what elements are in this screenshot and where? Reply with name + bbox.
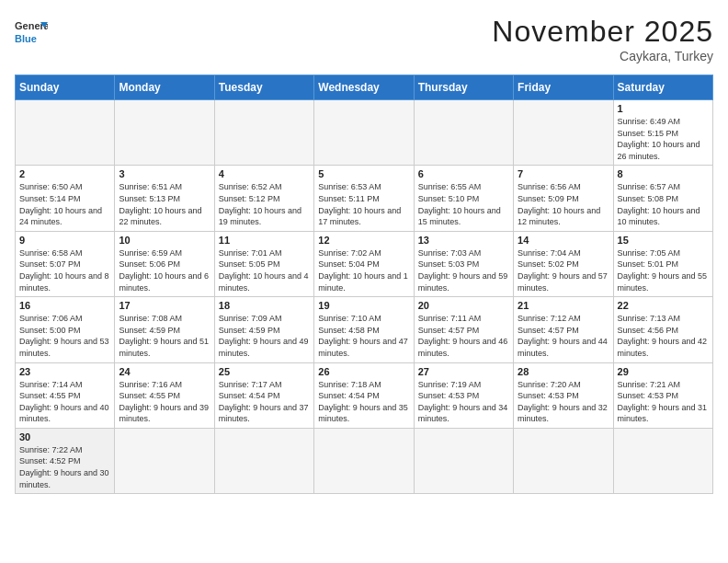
day-info: Sunrise: 7:14 AM Sunset: 4:55 PM Dayligh… — [19, 379, 110, 425]
day-number: 22 — [618, 300, 709, 311]
day-number: 27 — [418, 366, 509, 377]
calendar-cell: 18Sunrise: 7:09 AM Sunset: 4:59 PM Dayli… — [214, 297, 313, 362]
day-number: 14 — [518, 235, 609, 246]
svg-text:Blue: Blue — [15, 33, 37, 44]
day-number: 15 — [618, 235, 709, 246]
day-number: 9 — [19, 235, 110, 246]
calendar-cell: 22Sunrise: 7:13 AM Sunset: 4:56 PM Dayli… — [613, 297, 712, 362]
day-info: Sunrise: 7:18 AM Sunset: 4:54 PM Dayligh… — [318, 379, 409, 425]
calendar-cell: 8Sunrise: 6:57 AM Sunset: 5:08 PM Daylig… — [613, 166, 712, 231]
calendar-cell: 2Sunrise: 6:50 AM Sunset: 5:14 PM Daylig… — [16, 166, 115, 231]
day-number: 18 — [219, 300, 310, 311]
day-number: 21 — [518, 300, 609, 311]
calendar-cell: 6Sunrise: 6:55 AM Sunset: 5:10 PM Daylig… — [414, 166, 513, 231]
weekday-header-sunday: Sunday — [16, 75, 115, 100]
day-info: Sunrise: 7:21 AM Sunset: 4:53 PM Dayligh… — [618, 379, 709, 425]
day-info: Sunrise: 6:50 AM Sunset: 5:14 PM Dayligh… — [19, 181, 110, 227]
day-number: 25 — [219, 366, 310, 377]
day-info: Sunrise: 7:20 AM Sunset: 4:53 PM Dayligh… — [518, 379, 609, 425]
day-info: Sunrise: 6:55 AM Sunset: 5:10 PM Dayligh… — [418, 181, 509, 227]
day-number: 8 — [618, 168, 709, 179]
day-number: 17 — [119, 300, 210, 311]
day-info: Sunrise: 7:03 AM Sunset: 5:03 PM Dayligh… — [418, 247, 509, 293]
day-info: Sunrise: 6:52 AM Sunset: 5:12 PM Dayligh… — [219, 181, 310, 227]
day-number: 16 — [19, 300, 110, 311]
weekday-header-wednesday: Wednesday — [314, 75, 414, 100]
day-info: Sunrise: 7:11 AM Sunset: 4:57 PM Dayligh… — [418, 313, 509, 359]
calendar-cell — [314, 428, 414, 493]
calendar-cell — [115, 428, 214, 493]
day-number: 1 — [618, 103, 709, 114]
calendar-week-row: 23Sunrise: 7:14 AM Sunset: 4:55 PM Dayli… — [16, 362, 713, 428]
day-number: 5 — [318, 168, 409, 179]
calendar-cell — [214, 100, 313, 166]
calendar-cell — [514, 100, 613, 166]
calendar-cell: 4Sunrise: 6:52 AM Sunset: 5:12 PM Daylig… — [214, 166, 313, 231]
day-number: 7 — [518, 168, 609, 179]
day-info: Sunrise: 6:57 AM Sunset: 5:08 PM Dayligh… — [618, 181, 709, 227]
day-info: Sunrise: 7:08 AM Sunset: 4:59 PM Dayligh… — [119, 313, 210, 359]
day-info: Sunrise: 6:53 AM Sunset: 5:11 PM Dayligh… — [318, 181, 409, 227]
page-header: General Blue November 2025 Caykara, Turk… — [15, 15, 713, 63]
day-info: Sunrise: 7:10 AM Sunset: 4:58 PM Dayligh… — [318, 313, 409, 359]
calendar-cell: 1Sunrise: 6:49 AM Sunset: 5:15 PM Daylig… — [613, 100, 712, 166]
day-number: 6 — [418, 168, 509, 179]
calendar-cell — [115, 100, 214, 166]
calendar-cell: 29Sunrise: 7:21 AM Sunset: 4:53 PM Dayli… — [613, 362, 712, 428]
calendar-cell: 23Sunrise: 7:14 AM Sunset: 4:55 PM Dayli… — [16, 362, 115, 428]
calendar-cell: 9Sunrise: 6:58 AM Sunset: 5:07 PM Daylig… — [16, 231, 115, 296]
logo: General Blue — [15, 15, 48, 48]
day-info: Sunrise: 7:02 AM Sunset: 5:04 PM Dayligh… — [318, 247, 409, 293]
calendar-cell: 24Sunrise: 7:16 AM Sunset: 4:55 PM Dayli… — [115, 362, 214, 428]
calendar-cell — [16, 100, 115, 166]
day-number: 19 — [318, 300, 409, 311]
day-number: 4 — [219, 168, 310, 179]
weekday-header-thursday: Thursday — [414, 75, 513, 100]
calendar-cell: 15Sunrise: 7:05 AM Sunset: 5:01 PM Dayli… — [613, 231, 712, 296]
day-number: 3 — [119, 168, 210, 179]
calendar-cell — [314, 100, 414, 166]
calendar-week-row: 2Sunrise: 6:50 AM Sunset: 5:14 PM Daylig… — [16, 166, 713, 231]
day-number: 29 — [618, 366, 709, 377]
weekday-header-tuesday: Tuesday — [214, 75, 313, 100]
day-info: Sunrise: 7:17 AM Sunset: 4:54 PM Dayligh… — [219, 379, 310, 425]
calendar-cell — [414, 428, 513, 493]
calendar-cell — [514, 428, 613, 493]
day-info: Sunrise: 7:05 AM Sunset: 5:01 PM Dayligh… — [618, 247, 709, 293]
day-info: Sunrise: 7:06 AM Sunset: 5:00 PM Dayligh… — [19, 313, 110, 359]
day-number: 13 — [418, 235, 509, 246]
day-info: Sunrise: 6:51 AM Sunset: 5:13 PM Dayligh… — [119, 181, 210, 227]
calendar-week-row: 1Sunrise: 6:49 AM Sunset: 5:15 PM Daylig… — [16, 100, 713, 166]
day-info: Sunrise: 7:16 AM Sunset: 4:55 PM Dayligh… — [119, 379, 210, 425]
weekday-header-saturday: Saturday — [613, 75, 712, 100]
calendar-cell: 26Sunrise: 7:18 AM Sunset: 4:54 PM Dayli… — [314, 362, 414, 428]
day-number: 12 — [318, 235, 409, 246]
day-info: Sunrise: 7:13 AM Sunset: 4:56 PM Dayligh… — [618, 313, 709, 359]
day-info: Sunrise: 7:09 AM Sunset: 4:59 PM Dayligh… — [219, 313, 310, 359]
calendar-cell: 17Sunrise: 7:08 AM Sunset: 4:59 PM Dayli… — [115, 297, 214, 362]
calendar-cell: 5Sunrise: 6:53 AM Sunset: 5:11 PM Daylig… — [314, 166, 414, 231]
day-info: Sunrise: 7:01 AM Sunset: 5:05 PM Dayligh… — [219, 247, 310, 293]
weekday-header-row: SundayMondayTuesdayWednesdayThursdayFrid… — [16, 75, 713, 100]
location: Caykara, Turkey — [492, 49, 713, 63]
calendar-cell: 7Sunrise: 6:56 AM Sunset: 5:09 PM Daylig… — [514, 166, 613, 231]
calendar-cell: 25Sunrise: 7:17 AM Sunset: 4:54 PM Dayli… — [214, 362, 313, 428]
calendar-cell: 13Sunrise: 7:03 AM Sunset: 5:03 PM Dayli… — [414, 231, 513, 296]
calendar-cell: 21Sunrise: 7:12 AM Sunset: 4:57 PM Dayli… — [514, 297, 613, 362]
calendar-cell: 3Sunrise: 6:51 AM Sunset: 5:13 PM Daylig… — [115, 166, 214, 231]
day-number: 23 — [19, 366, 110, 377]
day-number: 30 — [19, 431, 110, 442]
day-info: Sunrise: 6:59 AM Sunset: 5:06 PM Dayligh… — [119, 247, 210, 293]
day-number: 24 — [119, 366, 210, 377]
day-info: Sunrise: 7:12 AM Sunset: 4:57 PM Dayligh… — [518, 313, 609, 359]
calendar-cell: 30Sunrise: 7:22 AM Sunset: 4:52 PM Dayli… — [16, 428, 115, 493]
calendar-week-row: 16Sunrise: 7:06 AM Sunset: 5:00 PM Dayli… — [16, 297, 713, 362]
calendar-cell: 20Sunrise: 7:11 AM Sunset: 4:57 PM Dayli… — [414, 297, 513, 362]
calendar-cell: 11Sunrise: 7:01 AM Sunset: 5:05 PM Dayli… — [214, 231, 313, 296]
day-info: Sunrise: 6:56 AM Sunset: 5:09 PM Dayligh… — [518, 181, 609, 227]
month-title: November 2025 — [492, 15, 713, 49]
logo-icon: General Blue — [15, 15, 48, 48]
calendar-cell: 27Sunrise: 7:19 AM Sunset: 4:53 PM Dayli… — [414, 362, 513, 428]
day-number: 11 — [219, 235, 310, 246]
calendar-cell: 16Sunrise: 7:06 AM Sunset: 5:00 PM Dayli… — [16, 297, 115, 362]
